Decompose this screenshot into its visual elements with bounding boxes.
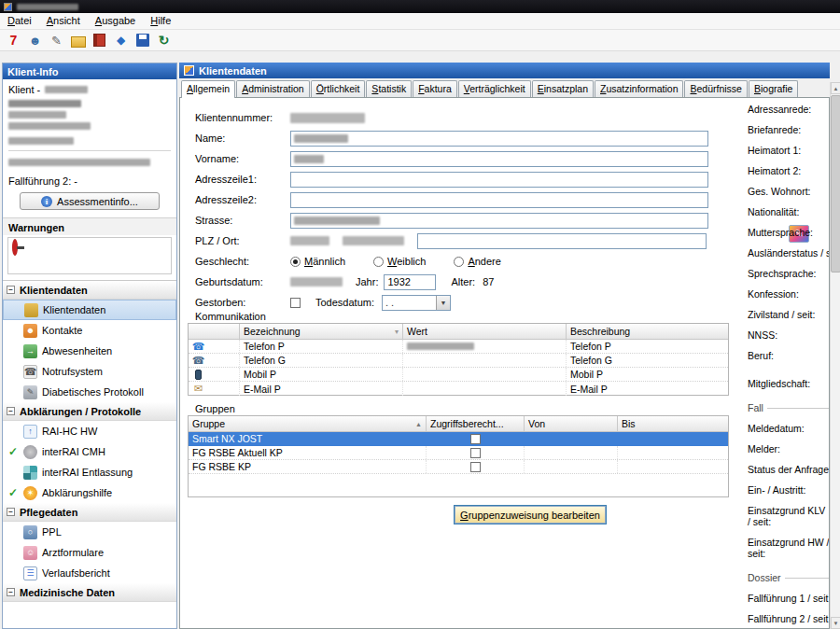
scroll-down-button[interactable]: [831, 617, 840, 629]
toolbar-contact-icon[interactable]: [26, 32, 44, 49]
scroll-up-button[interactable]: [831, 82, 840, 94]
toolbar-edit-icon[interactable]: [48, 32, 65, 49]
assessmentinfo-button[interactable]: Assessmentinfo...: [20, 192, 160, 210]
adresszeile2-input[interactable]: [290, 192, 708, 208]
warning-icon[interactable]: [12, 239, 18, 256]
name-redacted: [294, 134, 348, 143]
von-column-header[interactable]: Von: [525, 416, 618, 431]
jahr-input[interactable]: [384, 274, 436, 290]
klient-phone-redacted: [8, 137, 74, 145]
sidebar-item-ppl[interactable]: PPL: [3, 522, 176, 542]
table-row[interactable]: FG RSBE Aktuell KP: [189, 446, 728, 460]
sidebar-item-notrufsystem[interactable]: Notrufsystem: [3, 361, 176, 382]
vorname-input[interactable]: [290, 151, 708, 167]
menu-ausgabe[interactable]: Ausgabe: [88, 13, 143, 29]
zugriff-checkbox[interactable]: [470, 448, 481, 458]
tab-einsatzplan[interactable]: Einsatzplan: [532, 80, 594, 97]
tab-beduerfnisse[interactable]: Bedürfnisse: [684, 80, 747, 97]
name-input[interactable]: [290, 131, 708, 147]
form-icon: [184, 65, 194, 76]
check-icon: [8, 445, 18, 458]
geburtsdatum-redacted: [290, 277, 343, 287]
bezeichnung-column-header[interactable]: Bezeichnung: [240, 324, 403, 339]
toolbar-refresh-icon[interactable]: [155, 32, 173, 49]
table-row-selected[interactable]: Smart NX JOST: [189, 432, 728, 446]
sidebar-item-arztformulare[interactable]: Arztformulare: [3, 542, 176, 563]
table-row[interactable]: Telefon G Telefon G: [189, 354, 728, 368]
toolbar-folder-icon[interactable]: [71, 36, 86, 48]
sidebar-item-abwesenheiten[interactable]: Abwesenheiten: [3, 341, 176, 361]
table-row[interactable]: Telefon P Telefon P: [189, 340, 728, 354]
beschreibung-column-header[interactable]: Beschreibung: [567, 324, 726, 339]
strasse-label: Strasse:: [195, 215, 290, 226]
tab-faktura[interactable]: Faktura: [413, 80, 457, 97]
sidebar-item-rai-hc-hw[interactable]: RAI-HC HW: [3, 421, 176, 441]
assessmentinfo-label: Assessmentinfo...: [57, 196, 138, 207]
dropdown-arrow-icon[interactable]: [436, 296, 450, 310]
gestorben-checkbox[interactable]: [290, 298, 301, 308]
tab-statistik[interactable]: Statistik: [366, 80, 412, 97]
nav-group-pflegedaten[interactable]: Pflegedaten: [3, 503, 176, 522]
kommunikation-header-row: Bezeichnung Wert Beschreibung: [189, 324, 728, 340]
toolbar-book-icon[interactable]: [93, 34, 105, 47]
menu-datei[interactable]: Datei: [0, 13, 39, 29]
tab-allgemein[interactable]: Allgemein: [181, 80, 235, 98]
notrufsystem-icon: [23, 365, 37, 379]
filter-arrow-icon[interactable]: [395, 328, 399, 336]
tab-administration[interactable]: Administration: [236, 80, 310, 97]
scroll-thumb[interactable]: [831, 95, 840, 273]
strasse-input[interactable]: [290, 213, 708, 229]
todesdatum-select[interactable]: . .: [382, 295, 451, 311]
radio-icon: [373, 257, 384, 267]
plz-ort-label: PLZ / Ort:: [195, 235, 290, 246]
icon-column-header[interactable]: [189, 324, 240, 339]
radio-weiblich[interactable]: Weiblich: [373, 256, 426, 267]
nav-group-medizinische-daten[interactable]: Medizinische Daten: [3, 583, 176, 602]
zugriffsberechtigt-column-header[interactable]: Zugriffsberecht...: [427, 416, 525, 431]
table-row[interactable]: Mobil P Mobil P: [189, 368, 728, 382]
sort-asc-icon[interactable]: [415, 421, 422, 427]
right-label: Konfession:: [748, 288, 830, 300]
toolbar-save-icon[interactable]: [136, 34, 149, 47]
right-label: Mitgliedschaft:: [748, 378, 830, 389]
bis-column-header[interactable]: Bis: [618, 416, 728, 431]
gruppe-column-header[interactable]: Gruppe: [189, 416, 427, 431]
geburtsdatum-label: Geburtsdatum:: [195, 276, 290, 287]
tab-vertraeglichkeit[interactable]: Verträglichkeit: [458, 80, 531, 97]
nav-group-klientendaten[interactable]: Klientendaten: [3, 281, 176, 300]
sidebar-item-klientendaten[interactable]: Klientendaten: [3, 300, 176, 320]
window-title-redacted: [17, 4, 78, 10]
adresszeile1-input[interactable]: [290, 172, 708, 188]
toolbar-diamond-icon[interactable]: [112, 32, 130, 49]
zugriff-checkbox[interactable]: [470, 462, 481, 472]
menu-ansicht[interactable]: Ansicht: [39, 13, 88, 29]
tab-zusatzinformation[interactable]: Zusatzinformation: [595, 80, 683, 97]
ort-zusatz-input[interactable]: [417, 233, 707, 249]
sidebar-item-verlaufsbericht[interactable]: Verlaufsbericht: [3, 563, 176, 583]
table-row[interactable]: E-Mail P E-Mail P: [189, 382, 728, 396]
sidebar-item-abklaerungshilfe[interactable]: Abklärungshilfe: [3, 482, 176, 503]
sidebar-item-interrai-entlassung[interactable]: interRAI Entlassung: [3, 462, 176, 482]
todesdatum-label: Todesdatum:: [315, 297, 374, 308]
sidebar-item-interrai-cmh[interactable]: interRAI CMH: [3, 441, 176, 462]
sidebar-item-kontakte[interactable]: Kontakte: [3, 320, 176, 341]
collapse-icon[interactable]: [7, 508, 15, 516]
tab-oertlichkeit[interactable]: Örtlichkeit: [311, 80, 366, 97]
radio-maennlich[interactable]: Männlich: [290, 256, 345, 267]
collapse-icon[interactable]: [7, 588, 15, 596]
nav-group-abklaerungen[interactable]: Abklärungen / Protokolle: [3, 402, 176, 421]
right-label: Meldedatum:: [748, 423, 830, 434]
table-row[interactable]: FG RSBE KP: [189, 460, 728, 474]
sidebar-item-label: RAI-HC HW: [42, 426, 97, 437]
collapse-icon[interactable]: [7, 286, 15, 294]
sidebar-item-diabetisches-protokoll[interactable]: Diabetisches Protokoll: [3, 382, 176, 402]
tab-biografie[interactable]: Biografie: [749, 80, 798, 97]
main-scrollbar[interactable]: [830, 82, 840, 629]
collapse-icon[interactable]: [7, 407, 15, 415]
radio-andere[interactable]: Andere: [454, 256, 500, 267]
wert-column-header[interactable]: Wert: [403, 324, 567, 339]
zugriff-checkbox[interactable]: [470, 434, 481, 444]
toolbar-seven-icon[interactable]: [5, 32, 22, 49]
menu-hilfe[interactable]: Hilfe: [143, 13, 178, 29]
gruppenzuweisung-button[interactable]: Gruppenzuweisung bearbeiten: [455, 506, 606, 524]
